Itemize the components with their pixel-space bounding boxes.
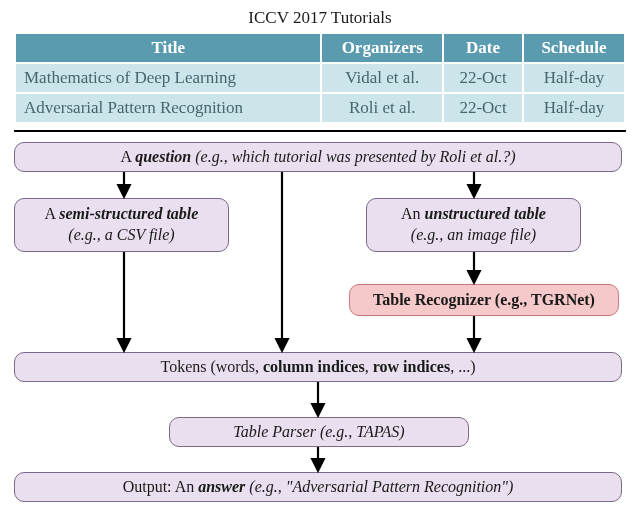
- semi-structured-box: A semi-structured table (e.g., a CSV fil…: [14, 198, 229, 252]
- cell-organizers: Vidal et al.: [321, 63, 443, 93]
- cell-title: Adversarial Pattern Recognition: [15, 93, 321, 123]
- unstruct-text: An unstructured table (e.g., an image fi…: [401, 204, 546, 246]
- text-keyword: unstructured table: [425, 205, 546, 222]
- cell-title: Mathematics of Deep Learning: [15, 63, 321, 93]
- cell-date: 22-Oct: [443, 93, 523, 123]
- text-example: (e.g., a CSV file): [68, 226, 174, 243]
- th-date: Date: [443, 33, 523, 63]
- text-keyword: answer: [198, 478, 245, 495]
- question-box: A question (e.g., which tutorial was pre…: [14, 142, 622, 172]
- cell-schedule: Half-day: [523, 63, 625, 93]
- output-text: Output: An answer (e.g., "Adversarial Pa…: [123, 477, 514, 498]
- text-part: Tokens (words,: [160, 358, 262, 375]
- table-row: Mathematics of Deep Learning Vidal et al…: [15, 63, 625, 93]
- table-parser-box: Table Parser (e.g., TAPAS): [169, 417, 469, 447]
- table-recognizer-box: Table Recognizer (e.g., TGRNet): [349, 284, 619, 316]
- tokens-text: Tokens (words, column indices, row indic…: [160, 357, 475, 378]
- flow-arrows: [14, 142, 626, 502]
- th-title: Title: [15, 33, 321, 63]
- cell-date: 22-Oct: [443, 63, 523, 93]
- text-example: (e.g., an image file): [411, 226, 536, 243]
- semi-text: A semi-structured table (e.g., a CSV fil…: [45, 204, 199, 246]
- text-keyword: semi-structured table: [59, 205, 198, 222]
- th-schedule: Schedule: [523, 33, 625, 63]
- question-text: A question (e.g., which tutorial was pre…: [121, 147, 516, 168]
- text-keyword: question: [135, 148, 191, 165]
- table-caption: ICCV 2017 Tutorials: [14, 8, 626, 28]
- text-part: ,: [365, 358, 373, 375]
- text-part: Output: An: [123, 478, 199, 495]
- tokens-box: Tokens (words, column indices, row indic…: [14, 352, 622, 382]
- tutorials-table: Title Organizers Date Schedule Mathemati…: [14, 32, 626, 124]
- flow-diagram: A question (e.g., which tutorial was pre…: [14, 142, 626, 502]
- text-part: A: [121, 148, 136, 165]
- text-example: (e.g., which tutorial was presented by R…: [191, 148, 515, 165]
- output-box: Output: An answer (e.g., "Adversarial Pa…: [14, 472, 622, 502]
- text-part: An: [401, 205, 425, 222]
- recognizer-text: Table Recognizer (e.g., TGRNet): [373, 290, 595, 311]
- table-row: Adversarial Pattern Recognition Roli et …: [15, 93, 625, 123]
- text-bold: column indices: [263, 358, 365, 375]
- text-part: A: [45, 205, 60, 222]
- unstructured-box: An unstructured table (e.g., an image fi…: [366, 198, 581, 252]
- parser-text: Table Parser (e.g., TAPAS): [233, 422, 404, 443]
- text-part: , ...): [450, 358, 475, 375]
- table-header-row: Title Organizers Date Schedule: [15, 33, 625, 63]
- text-example: (e.g., "Adversarial Pattern Recognition"…: [245, 478, 513, 495]
- cell-organizers: Roli et al.: [321, 93, 443, 123]
- text-bold: row indices: [373, 358, 450, 375]
- divider: [14, 130, 626, 132]
- cell-schedule: Half-day: [523, 93, 625, 123]
- th-organizers: Organizers: [321, 33, 443, 63]
